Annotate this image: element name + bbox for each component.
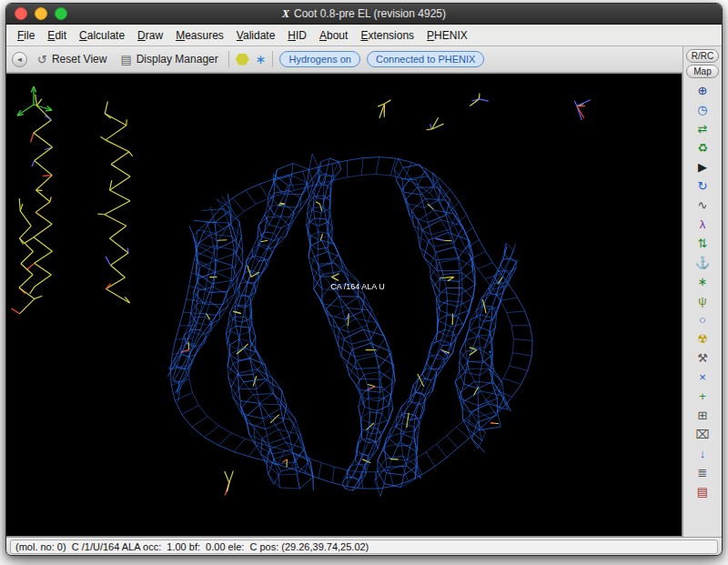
pep-flip-icon[interactable]: ⇅ [689, 234, 716, 253]
menubar: FileEditCalculateDrawMeasuresValidateHID… [6, 25, 722, 46]
status-text: (mol. no: 0) C /1/U/164 ALA occ: 1.00 bf… [10, 540, 718, 554]
close-button[interactable] [15, 7, 27, 20]
right-icon-column: ⊕◷⇄♻▶↻∿λ⇅⚓∗ψ○☢⚒×+⊞⌧↓≣▤ [689, 81, 716, 537]
wave-icon[interactable]: ∿ [689, 196, 716, 215]
anchor-icon[interactable]: ⚓ [689, 253, 716, 272]
skeleton-icon[interactable]: ∗ [256, 52, 267, 66]
toggle-button-connected-to-phenix[interactable]: Connected to PHENIX [367, 51, 484, 67]
menu-item-file[interactable]: File [11, 26, 41, 45]
gl-canvas[interactable] [6, 74, 682, 536]
menu-item-draw[interactable]: Draw [131, 26, 169, 45]
display-manager-icon: ▤ [120, 53, 131, 66]
menu-item-edit[interactable]: Edit [41, 26, 73, 45]
menu-item-hid[interactable]: HID [281, 26, 313, 45]
zoom-button[interactable] [55, 7, 67, 20]
menu-item-extensions[interactable]: Extensions [354, 26, 420, 45]
traffic-lights [6, 7, 67, 20]
panel-button-r-rc[interactable]: R/RC [686, 49, 719, 63]
menu-item-measures[interactable]: Measures [169, 26, 230, 45]
reset-view-button[interactable]: ↺ Reset View [34, 51, 110, 68]
menu-item-validate[interactable]: Validate [230, 26, 282, 45]
reset-view-icon: ↺ [37, 53, 47, 66]
toolbar: ◂ ↺ Reset View ▤ Display Manager ∗ Hydro… [6, 46, 682, 73]
toolbar-collapse-button[interactable]: ◂ [12, 52, 27, 67]
rotate-icon[interactable]: ↻ [689, 177, 716, 196]
minimize-button[interactable] [35, 7, 47, 20]
virtual-trackball-icon[interactable]: ⊕ [689, 81, 716, 100]
display-manager-button[interactable]: ▤ Display Manager [116, 51, 221, 68]
toolbar-separator [272, 51, 273, 67]
display-manager-label: Display Manager [136, 53, 218, 66]
mutate-icon[interactable]: ∗ [689, 272, 716, 291]
graphics-canvas[interactable]: CA /164 ALA U [6, 73, 682, 537]
coot-window: XCoot 0.8-pre EL (revision 4925) FileEdi… [5, 3, 723, 556]
lines-icon[interactable]: ≣ [689, 463, 716, 482]
add-atom-icon[interactable]: + [689, 387, 716, 406]
recycle-icon[interactable]: ♻ [689, 138, 716, 157]
menu-item-about[interactable]: About [313, 26, 354, 45]
trash-icon[interactable]: ⌧ [689, 425, 716, 444]
sidechain-icon[interactable]: ψ [689, 291, 716, 310]
clock-icon[interactable]: ◷ [689, 100, 716, 119]
water-icon[interactable]: ○ [689, 310, 716, 329]
cross-icon[interactable]: × [689, 368, 716, 387]
toggle-button-hydrogens-on[interactable]: Hydrogens on [279, 51, 360, 67]
menu-item-calculate[interactable]: Calculate [73, 26, 131, 45]
statusbar: (mol. no: 0) C /1/U/164 ALA occ: 1.00 bf… [6, 537, 722, 555]
rotamer-icon[interactable]: λ [689, 215, 716, 234]
right-panel-buttons: R/RCMap [686, 49, 719, 78]
toolbar-toggles: Hydrogens onConnected to PHENIX [279, 51, 484, 67]
play-icon[interactable]: ▶ [689, 157, 716, 177]
titlebar[interactable]: XCoot 0.8-pre EL (revision 4925) [6, 4, 722, 25]
palette-icon[interactable]: ▤ [689, 482, 716, 501]
hammer-icon[interactable]: ⚒ [689, 348, 716, 368]
atom-label: CA /164 ALA U [330, 282, 385, 291]
reset-view-label: Reset View [52, 53, 106, 66]
refine-arrows-icon[interactable]: ⇄ [689, 119, 716, 138]
down-arrow-icon[interactable]: ↓ [689, 444, 716, 463]
x11-icon: X [282, 7, 289, 21]
grid-plus-icon[interactable]: ⊞ [689, 406, 716, 425]
radiation-icon[interactable]: ☢ [689, 329, 716, 348]
menu-item-phenix[interactable]: PHENIX [420, 26, 474, 45]
ligand-icon[interactable] [236, 54, 249, 66]
window-title: XCoot 0.8-pre EL (revision 4925) [6, 7, 722, 21]
panel-button-map[interactable]: Map [686, 65, 719, 78]
right-toolbar: R/RCMap ⊕◷⇄♻▶↻∿λ⇅⚓∗ψ○☢⚒×+⊞⌧↓≣▤ [682, 46, 722, 537]
toolbar-separator [228, 51, 229, 67]
